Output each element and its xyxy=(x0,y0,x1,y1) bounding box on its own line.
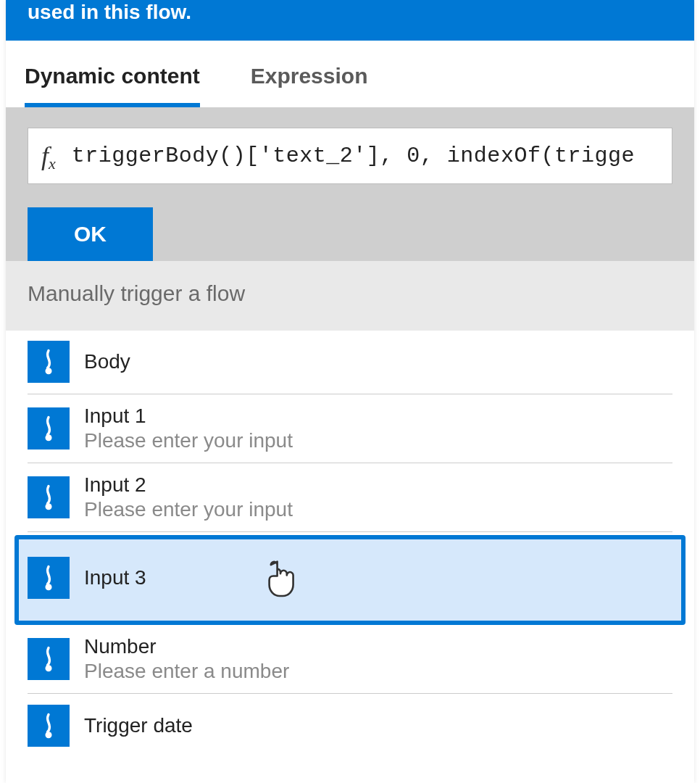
expression-area: fx triggerBody()['text_2'], 0, indexOf(t… xyxy=(6,107,694,261)
content-item[interactable]: Input 1Please enter your input xyxy=(28,394,672,463)
content-item[interactable]: Input 2Please enter your input xyxy=(28,463,672,532)
content-item[interactable]: Body xyxy=(28,331,672,394)
section-header: Manually trigger a flow xyxy=(6,261,694,331)
tab-expression[interactable]: Expression xyxy=(251,64,368,107)
trigger-icon xyxy=(28,557,70,599)
svg-point-0 xyxy=(45,368,51,374)
expression-input[interactable]: triggerBody()['text_2'], 0, indexOf(trig… xyxy=(72,144,672,168)
item-title: Body xyxy=(84,350,130,373)
trigger-icon xyxy=(28,341,70,383)
content-item[interactable]: Trigger date xyxy=(28,694,672,758)
item-description: Please enter a number xyxy=(84,660,289,683)
dynamic-content-panel: used in this flow. Dynamic content Expre… xyxy=(6,0,694,783)
trigger-icon xyxy=(28,407,70,450)
panel-header: used in this flow. xyxy=(6,0,694,41)
ok-button[interactable]: OK xyxy=(28,207,153,261)
content-item[interactable]: NumberPlease enter a number xyxy=(28,625,672,694)
tab-dynamic-content[interactable]: Dynamic content xyxy=(25,64,200,107)
item-title: Number xyxy=(84,635,289,658)
svg-point-2 xyxy=(45,503,51,510)
svg-point-5 xyxy=(45,732,51,738)
svg-point-4 xyxy=(45,665,51,671)
tab-strip: Dynamic content Expression xyxy=(6,41,694,107)
item-description: Please enter your input xyxy=(84,498,293,521)
panel-header-text: used in this flow. xyxy=(28,1,191,23)
content-items: Body Input 1Please enter your input Inpu… xyxy=(6,331,694,758)
content-item[interactable]: Input 3 xyxy=(14,535,686,625)
fx-icon: fx xyxy=(28,141,72,171)
trigger-icon xyxy=(28,638,70,680)
item-description: Please enter your input xyxy=(84,429,293,452)
svg-point-3 xyxy=(45,584,51,590)
trigger-icon xyxy=(28,476,70,518)
expression-input-box[interactable]: fx triggerBody()['text_2'], 0, indexOf(t… xyxy=(28,128,672,184)
item-title: Trigger date xyxy=(84,714,193,737)
item-title: Input 1 xyxy=(84,405,293,428)
item-title: Input 3 xyxy=(84,566,146,589)
item-title: Input 2 xyxy=(84,473,293,497)
svg-point-1 xyxy=(45,434,51,441)
trigger-icon xyxy=(28,705,70,747)
